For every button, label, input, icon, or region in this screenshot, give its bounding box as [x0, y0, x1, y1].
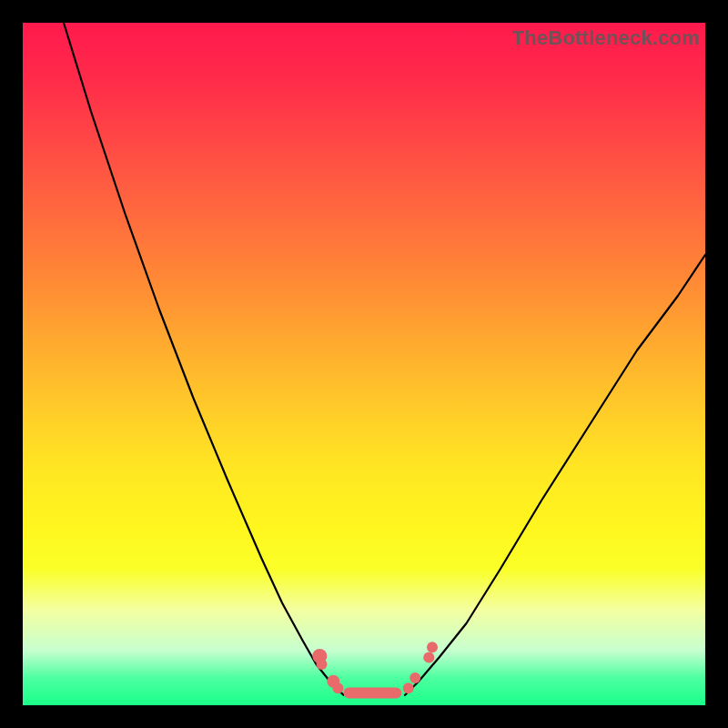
valley-dot: [317, 659, 328, 670]
valley-dot: [403, 682, 414, 693]
valley-markers: [312, 642, 438, 698]
valley-dot: [423, 652, 434, 663]
valley-dot: [410, 672, 420, 683]
valley-dot: [427, 642, 438, 652]
left-curve: [64, 23, 344, 695]
valley-dot: [333, 682, 344, 693]
chart-svg: [23, 23, 705, 705]
valley-bar: [344, 688, 402, 699]
plot-area: TheBottleneck.com: [23, 23, 705, 705]
chart-frame: TheBottleneck.com: [0, 0, 728, 728]
right-curve: [405, 255, 705, 695]
